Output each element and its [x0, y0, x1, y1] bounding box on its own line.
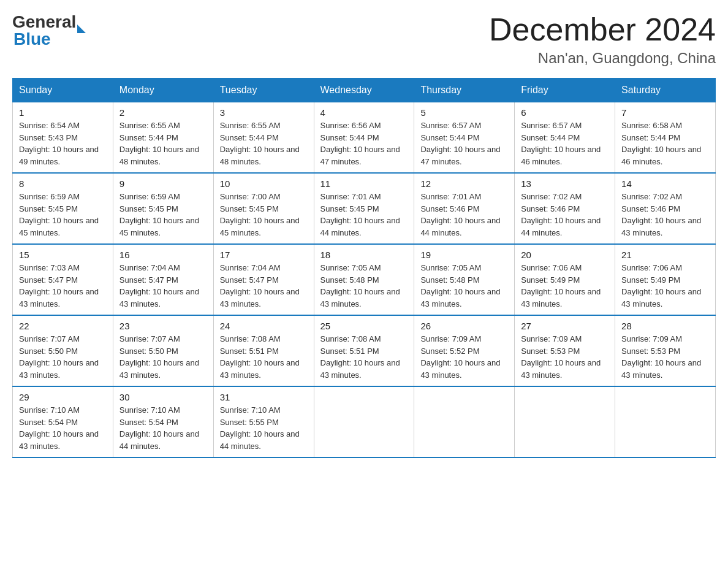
- calendar-header-row: SundayMondayTuesdayWednesdayThursdayFrid…: [13, 79, 716, 102]
- calendar-cell: 2 Sunrise: 6:55 AMSunset: 5:44 PMDayligh…: [113, 102, 213, 174]
- day-number: 8: [19, 178, 107, 189]
- day-info: Sunrise: 7:06 AMSunset: 5:49 PMDaylight:…: [621, 263, 701, 308]
- calendar-cell: 11 Sunrise: 7:01 AMSunset: 5:45 PMDaylig…: [314, 173, 414, 244]
- calendar-week-5: 29 Sunrise: 7:10 AMSunset: 5:54 PMDaylig…: [13, 386, 716, 458]
- header-monday: Monday: [113, 79, 213, 102]
- calendar-cell: 25 Sunrise: 7:08 AMSunset: 5:51 PMDaylig…: [314, 315, 414, 386]
- day-info: Sunrise: 6:55 AMSunset: 5:44 PMDaylight:…: [220, 121, 300, 166]
- day-number: 21: [621, 250, 709, 260]
- day-info: Sunrise: 6:57 AMSunset: 5:44 PMDaylight:…: [420, 121, 500, 166]
- day-number: 7: [621, 107, 709, 118]
- day-info: Sunrise: 7:07 AMSunset: 5:50 PMDaylight:…: [119, 334, 199, 380]
- calendar-cell: 28 Sunrise: 7:09 AMSunset: 5:53 PMDaylig…: [615, 315, 716, 386]
- day-number: 29: [19, 392, 107, 402]
- calendar-cell: 9 Sunrise: 6:59 AMSunset: 5:45 PMDayligh…: [113, 173, 213, 244]
- day-number: 3: [220, 107, 308, 118]
- calendar-cell: 23 Sunrise: 7:07 AMSunset: 5:50 PMDaylig…: [113, 315, 213, 386]
- day-number: 24: [220, 321, 308, 331]
- day-info: Sunrise: 7:01 AMSunset: 5:46 PMDaylight:…: [420, 192, 500, 237]
- day-info: Sunrise: 7:05 AMSunset: 5:48 PMDaylight:…: [420, 263, 500, 308]
- day-info: Sunrise: 6:54 AMSunset: 5:43 PMDaylight:…: [19, 121, 99, 166]
- calendar-cell: 8 Sunrise: 6:59 AMSunset: 5:45 PMDayligh…: [13, 173, 113, 244]
- calendar-cell: 29 Sunrise: 7:10 AMSunset: 5:54 PMDaylig…: [13, 386, 113, 458]
- day-info: Sunrise: 7:04 AMSunset: 5:47 PMDaylight:…: [220, 263, 300, 308]
- logo: General Blue: [12, 12, 86, 49]
- calendar-cell: 3 Sunrise: 6:55 AMSunset: 5:44 PMDayligh…: [213, 102, 314, 174]
- calendar-cell: 20 Sunrise: 7:06 AMSunset: 5:49 PMDaylig…: [515, 244, 615, 315]
- day-number: 17: [220, 250, 308, 260]
- day-info: Sunrise: 7:03 AMSunset: 5:47 PMDaylight:…: [19, 263, 99, 308]
- calendar-cell: 30 Sunrise: 7:10 AMSunset: 5:54 PMDaylig…: [113, 386, 213, 458]
- day-number: 9: [119, 178, 207, 189]
- day-info: Sunrise: 7:02 AMSunset: 5:46 PMDaylight:…: [621, 192, 701, 237]
- calendar-cell: 17 Sunrise: 7:04 AMSunset: 5:47 PMDaylig…: [213, 244, 314, 315]
- calendar-cell: 16 Sunrise: 7:04 AMSunset: 5:47 PMDaylig…: [113, 244, 213, 315]
- day-number: 20: [521, 250, 609, 260]
- calendar-cell: 26 Sunrise: 7:09 AMSunset: 5:52 PMDaylig…: [414, 315, 515, 386]
- calendar-cell: 24 Sunrise: 7:08 AMSunset: 5:51 PMDaylig…: [213, 315, 314, 386]
- calendar-cell: 31 Sunrise: 7:10 AMSunset: 5:55 PMDaylig…: [213, 386, 314, 458]
- day-info: Sunrise: 6:57 AMSunset: 5:44 PMDaylight:…: [521, 121, 601, 166]
- calendar-cell: 18 Sunrise: 7:05 AMSunset: 5:48 PMDaylig…: [314, 244, 414, 315]
- header-saturday: Saturday: [615, 79, 716, 102]
- day-info: Sunrise: 7:05 AMSunset: 5:48 PMDaylight:…: [320, 263, 400, 308]
- header-sunday: Sunday: [13, 79, 113, 102]
- day-info: Sunrise: 7:00 AMSunset: 5:45 PMDaylight:…: [220, 192, 300, 237]
- day-info: Sunrise: 6:56 AMSunset: 5:44 PMDaylight:…: [320, 121, 400, 166]
- calendar-cell: 13 Sunrise: 7:02 AMSunset: 5:46 PMDaylig…: [515, 173, 615, 244]
- day-number: 31: [220, 392, 308, 402]
- calendar-cell: 21 Sunrise: 7:06 AMSunset: 5:49 PMDaylig…: [615, 244, 716, 315]
- day-info: Sunrise: 7:09 AMSunset: 5:53 PMDaylight:…: [521, 334, 601, 380]
- day-info: Sunrise: 7:02 AMSunset: 5:46 PMDaylight:…: [521, 192, 601, 237]
- day-number: 16: [119, 250, 207, 260]
- day-number: 15: [19, 250, 107, 260]
- day-info: Sunrise: 7:09 AMSunset: 5:53 PMDaylight:…: [621, 334, 701, 380]
- day-number: 6: [521, 107, 609, 118]
- calendar-week-2: 8 Sunrise: 6:59 AMSunset: 5:45 PMDayligh…: [13, 173, 716, 244]
- page-header: General Blue December 2024 Nan'an, Guang…: [12, 12, 716, 67]
- header-thursday: Thursday: [414, 79, 515, 102]
- day-number: 25: [320, 321, 408, 331]
- calendar-cell: 14 Sunrise: 7:02 AMSunset: 5:46 PMDaylig…: [615, 173, 716, 244]
- calendar-cell: [615, 386, 716, 458]
- day-info: Sunrise: 6:55 AMSunset: 5:44 PMDaylight:…: [119, 121, 199, 166]
- header-tuesday: Tuesday: [213, 79, 314, 102]
- day-number: 5: [420, 107, 508, 118]
- calendar-cell: 19 Sunrise: 7:05 AMSunset: 5:48 PMDaylig…: [414, 244, 515, 315]
- day-info: Sunrise: 7:01 AMSunset: 5:45 PMDaylight:…: [320, 192, 400, 237]
- calendar-cell: 5 Sunrise: 6:57 AMSunset: 5:44 PMDayligh…: [414, 102, 515, 174]
- day-info: Sunrise: 6:59 AMSunset: 5:45 PMDaylight:…: [119, 192, 199, 237]
- calendar-table: SundayMondayTuesdayWednesdayThursdayFrid…: [12, 78, 716, 458]
- calendar-cell: 15 Sunrise: 7:03 AMSunset: 5:47 PMDaylig…: [13, 244, 113, 315]
- day-number: 11: [320, 178, 408, 189]
- day-number: 2: [119, 107, 207, 118]
- day-number: 10: [220, 178, 308, 189]
- day-number: 1: [19, 107, 107, 118]
- day-number: 23: [119, 321, 207, 331]
- calendar-cell: 12 Sunrise: 7:01 AMSunset: 5:46 PMDaylig…: [414, 173, 515, 244]
- day-number: 12: [420, 178, 508, 189]
- day-number: 14: [621, 178, 709, 189]
- calendar-cell: [515, 386, 615, 458]
- header-wednesday: Wednesday: [314, 79, 414, 102]
- header-friday: Friday: [515, 79, 615, 102]
- calendar-cell: 7 Sunrise: 6:58 AMSunset: 5:44 PMDayligh…: [615, 102, 716, 174]
- day-number: 19: [420, 250, 508, 260]
- day-info: Sunrise: 7:04 AMSunset: 5:47 PMDaylight:…: [119, 263, 199, 308]
- day-info: Sunrise: 6:59 AMSunset: 5:45 PMDaylight:…: [19, 192, 99, 237]
- calendar-cell: 1 Sunrise: 6:54 AMSunset: 5:43 PMDayligh…: [13, 102, 113, 174]
- day-info: Sunrise: 7:10 AMSunset: 5:54 PMDaylight:…: [119, 405, 199, 451]
- day-number: 28: [621, 321, 709, 331]
- day-number: 13: [521, 178, 609, 189]
- day-number: 27: [521, 321, 609, 331]
- month-title: December 2024: [489, 12, 716, 47]
- calendar-cell: [314, 386, 414, 458]
- day-number: 22: [19, 321, 107, 331]
- calendar-week-1: 1 Sunrise: 6:54 AMSunset: 5:43 PMDayligh…: [13, 102, 716, 174]
- calendar-cell: [414, 386, 515, 458]
- calendar-cell: 22 Sunrise: 7:07 AMSunset: 5:50 PMDaylig…: [13, 315, 113, 386]
- day-number: 18: [320, 250, 408, 260]
- day-info: Sunrise: 7:07 AMSunset: 5:50 PMDaylight:…: [19, 334, 99, 380]
- day-info: Sunrise: 7:06 AMSunset: 5:49 PMDaylight:…: [521, 263, 601, 308]
- day-info: Sunrise: 7:10 AMSunset: 5:54 PMDaylight:…: [19, 405, 99, 451]
